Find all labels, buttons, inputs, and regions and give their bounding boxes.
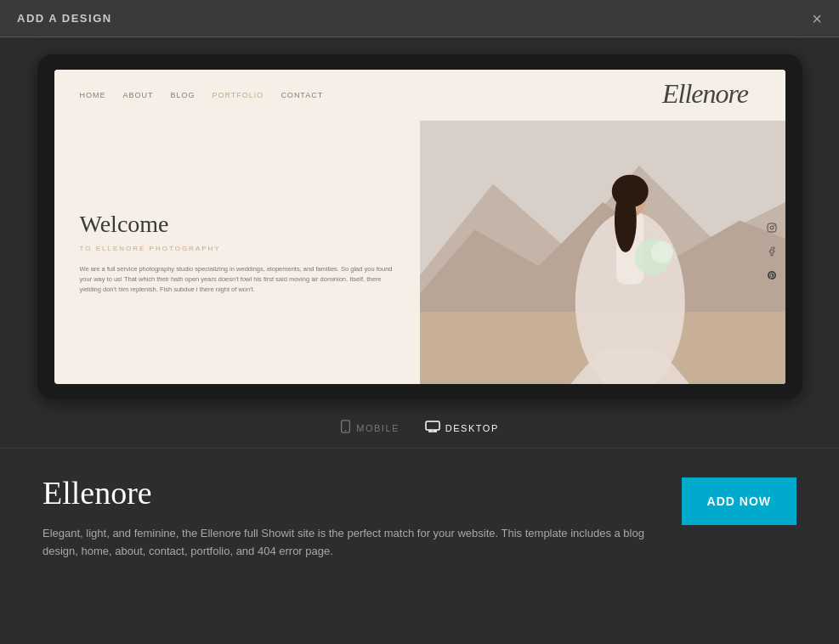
- instagram-icon: [767, 223, 777, 234]
- site-subtitle: TO ELLENORE PHOTOGRAPHY: [80, 245, 394, 252]
- site-social-icons: [767, 223, 777, 282]
- site-right-panel: [420, 121, 785, 384]
- site-photo: [420, 121, 785, 384]
- svg-rect-17: [426, 421, 439, 430]
- nav-home[interactable]: HOME: [80, 91, 106, 99]
- template-name: Ellenore: [43, 474, 656, 511]
- nav-about[interactable]: ABOUT: [123, 91, 154, 99]
- mobile-label: MOBILE: [356, 423, 400, 433]
- add-now-button[interactable]: ADD NOW: [682, 477, 796, 525]
- modal-header: ADD A DESIGN ×: [0, 0, 839, 37]
- svg-point-11: [650, 241, 672, 263]
- site-left-panel: Welcome TO ELLENORE PHOTOGRAPHY We are a…: [54, 121, 420, 384]
- pinterest-icon: [767, 270, 777, 282]
- nav-blog[interactable]: BLOG: [171, 91, 196, 99]
- site-body-text: We are a full service photography studio…: [80, 264, 394, 295]
- facebook-icon: [767, 246, 777, 258]
- bottom-section: Ellenore Elegant, light, and feminine, t…: [0, 448, 839, 578]
- svg-point-13: [770, 226, 774, 229]
- svg-rect-12: [768, 223, 776, 232]
- desktop-icon: [425, 421, 440, 435]
- site-nav-links: HOME ABOUT BLOG PORTFOLIO CONTACT: [80, 91, 324, 99]
- website-preview: HOME ABOUT BLOG PORTFOLIO CONTACT Elleno…: [54, 70, 785, 384]
- modal-title: ADD A DESIGN: [17, 12, 112, 25]
- mobile-view-option[interactable]: MOBILE: [340, 420, 400, 436]
- template-description: Elegant, light, and feminine, the Elleno…: [43, 525, 656, 561]
- svg-text:Ellenore: Ellenore: [661, 78, 749, 109]
- desktop-label: DESKTOP: [445, 423, 499, 433]
- desktop-view-option[interactable]: DESKTOP: [425, 421, 499, 435]
- svg-point-14: [774, 225, 775, 227]
- preview-area: HOME ABOUT BLOG PORTFOLIO CONTACT Elleno…: [0, 37, 839, 408]
- device-frame: HOME ABOUT BLOG PORTFOLIO CONTACT Elleno…: [37, 54, 802, 399]
- site-logo: Ellenore: [658, 73, 760, 117]
- nav-portfolio[interactable]: PORTFOLIO: [213, 91, 264, 99]
- nav-contact[interactable]: CONTACT: [281, 91, 323, 99]
- svg-point-9: [614, 189, 636, 252]
- close-button[interactable]: ×: [812, 10, 822, 27]
- mobile-icon: [340, 420, 351, 436]
- site-welcome-heading: Welcome: [80, 211, 394, 238]
- svg-point-16: [345, 430, 347, 432]
- site-content: Welcome TO ELLENORE PHOTOGRAPHY We are a…: [54, 121, 785, 384]
- template-info: Ellenore Elegant, light, and feminine, t…: [43, 474, 656, 561]
- site-nav: HOME ABOUT BLOG PORTFOLIO CONTACT Elleno…: [54, 70, 785, 121]
- view-toggle: MOBILE DESKTOP: [0, 408, 839, 448]
